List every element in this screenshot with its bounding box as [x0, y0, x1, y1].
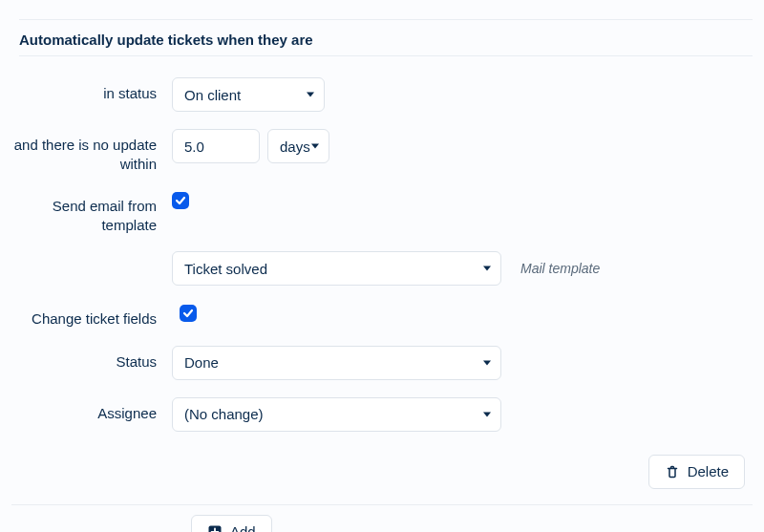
chevron-down-icon — [483, 360, 491, 365]
in-status-value: On client — [184, 87, 241, 103]
plus-icon — [207, 524, 223, 533]
row-change-fields: Change ticket fields — [11, 303, 753, 329]
label-no-update: and there is no update within — [11, 129, 172, 173]
no-update-value-input[interactable]: 5.0 — [172, 129, 260, 163]
row-mail-template: Ticket solved Mail template — [11, 251, 753, 286]
row-in-status: in status On client — [11, 77, 753, 112]
assignee-value: (No change) — [184, 406, 264, 422]
automation-rule-panel: Automatically update tickets when they a… — [0, 0, 764, 532]
mail-template-hint: Mail template — [520, 261, 600, 276]
chevron-down-icon — [483, 412, 491, 416]
row-assignee: Assignee (No change) — [11, 397, 753, 432]
chevron-down-icon — [311, 144, 319, 149]
label-send-email: Send email from template — [11, 190, 172, 234]
chevron-down-icon — [307, 93, 314, 97]
change-fields-checkbox[interactable] — [180, 305, 197, 322]
label-assignee: Assignee — [11, 397, 172, 423]
label-change-fields: Change ticket fields — [11, 303, 180, 329]
status-select[interactable]: Done — [172, 346, 501, 380]
row-status: Status Done — [11, 346, 753, 380]
mail-template-select[interactable]: Ticket solved — [172, 251, 501, 286]
add-button-label: Add — [230, 523, 256, 532]
add-button[interactable]: Add — [191, 515, 272, 533]
label-in-status: in status — [11, 77, 172, 103]
add-row: Add — [11, 515, 753, 533]
assignee-select[interactable]: (No change) — [172, 397, 501, 432]
label-mail-template-empty — [11, 251, 172, 258]
delete-button[interactable]: Delete — [648, 455, 745, 489]
section-header: Automatically update tickets when they a… — [19, 19, 753, 56]
no-update-unit: days — [280, 138, 310, 155]
check-icon — [182, 308, 194, 319]
check-icon — [175, 195, 186, 206]
row-send-email: Send email from template — [11, 190, 753, 234]
delete-button-label: Delete — [688, 463, 729, 479]
status-value: Done — [184, 354, 219, 371]
send-email-checkbox[interactable] — [172, 192, 189, 209]
in-status-select[interactable]: On client — [172, 77, 325, 112]
mail-template-value: Ticket solved — [184, 261, 267, 277]
no-update-unit-select[interactable]: days — [267, 129, 329, 163]
no-update-value: 5.0 — [184, 138, 204, 155]
row-no-update: and there is no update within 5.0 days — [11, 129, 753, 173]
trash-icon — [665, 464, 680, 479]
label-status: Status — [11, 346, 172, 372]
chevron-down-icon — [483, 266, 491, 271]
rule-footer: Delete — [11, 449, 753, 505]
